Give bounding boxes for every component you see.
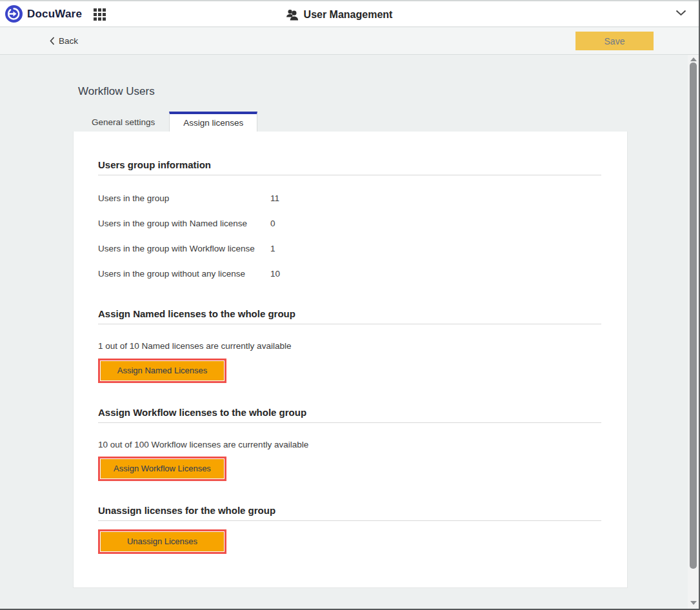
info-row-users-total: Users in the group 11 xyxy=(98,192,601,205)
group-info-rows: Users in the group 11 Users in the group… xyxy=(98,192,601,280)
section-heading-group-info: Users group information xyxy=(98,160,601,170)
tab-assign-licenses[interactable]: Assign licenses xyxy=(169,112,257,132)
highlight-box-workflow: Assign Workflow Licenses xyxy=(98,457,226,481)
assign-workflow-licenses-button[interactable]: Assign Workflow Licenses xyxy=(101,459,224,478)
scrollbar-down-arrow-icon[interactable] xyxy=(690,601,697,605)
info-label: Users in the group xyxy=(98,192,259,205)
section-divider xyxy=(98,422,601,423)
top-header: DocuWare User Management xyxy=(0,0,700,27)
assign-licenses-panel: Users group information Users in the gro… xyxy=(73,132,628,588)
section-divider xyxy=(98,175,601,175)
app-window: DocuWare User Management Back xyxy=(0,0,700,610)
unassign-licenses-button[interactable]: Unassign Licenses xyxy=(101,532,224,551)
info-value: 0 xyxy=(270,217,275,230)
chevron-down-icon[interactable] xyxy=(675,10,686,16)
section-heading-assign-workflow: Assign Workflow licenses to the whole gr… xyxy=(98,408,601,418)
info-value: 11 xyxy=(270,192,279,205)
tab-bar: General settings Assign licenses xyxy=(77,112,257,132)
section-divider xyxy=(98,520,601,521)
content-area: Workflow Users General settings Assign l… xyxy=(0,55,688,609)
back-label: Back xyxy=(59,36,78,46)
app-title: User Management xyxy=(286,1,393,28)
assign-named-licenses-button[interactable]: Assign Named Licenses xyxy=(101,361,224,380)
section-heading-unassign: Unassign licenses for the whole group xyxy=(98,506,601,516)
users-icon xyxy=(286,9,299,21)
info-value: 10 xyxy=(270,268,280,280)
workflow-availability-text: 10 out of 100 Workflow licenses are curr… xyxy=(98,438,601,451)
info-row-workflow-license: Users in the group with Workflow license… xyxy=(98,242,601,255)
action-toolbar: Back Save xyxy=(0,28,700,55)
scrollbar-up-arrow-icon[interactable] xyxy=(690,57,697,61)
info-value: 1 xyxy=(270,242,275,255)
docuware-logo-icon xyxy=(5,5,23,23)
brand-name: DocuWare xyxy=(27,8,82,21)
save-button[interactable]: Save xyxy=(575,32,654,50)
tab-general-settings[interactable]: General settings xyxy=(77,112,169,132)
docuware-brand[interactable]: DocuWare xyxy=(5,5,82,23)
info-row-no-license: Users in the group without any license 1… xyxy=(98,268,601,280)
info-label: Users in the group with Workflow license xyxy=(98,242,259,255)
apps-grid-icon[interactable] xyxy=(94,8,106,21)
scrollbar-thumb[interactable] xyxy=(690,63,697,569)
info-row-named-license: Users in the group with Named license 0 xyxy=(98,217,601,230)
highlight-box-unassign: Unassign Licenses xyxy=(98,529,226,554)
info-label: Users in the group with Named license xyxy=(98,217,259,230)
page-title: Workflow Users xyxy=(78,85,155,98)
vertical-scrollbar[interactable] xyxy=(688,55,699,609)
back-button[interactable]: Back xyxy=(50,28,78,54)
section-heading-assign-named: Assign Named licenses to the whole group xyxy=(98,309,601,319)
chevron-left-icon xyxy=(50,37,55,45)
info-label: Users in the group without any license xyxy=(98,268,259,280)
section-divider xyxy=(98,324,601,324)
app-title-label: User Management xyxy=(304,9,393,21)
highlight-box-named: Assign Named Licenses xyxy=(98,359,226,383)
named-availability-text: 1 out of 10 Named licenses are currently… xyxy=(98,340,601,353)
